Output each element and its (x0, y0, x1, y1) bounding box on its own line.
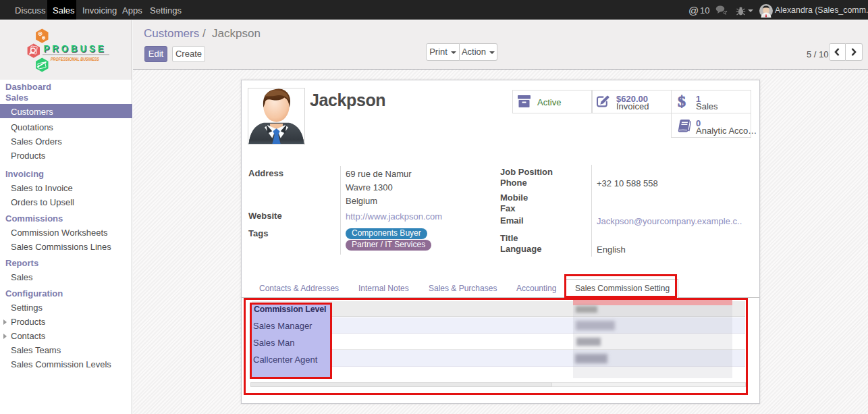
svg-text:PROFESSIONAL BUSINESS: PROFESSIONAL BUSINESS (51, 56, 99, 62)
svg-text:PROBUSE: PROBUSE (44, 43, 107, 54)
